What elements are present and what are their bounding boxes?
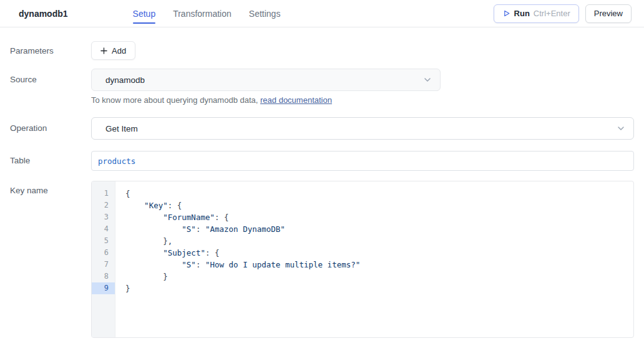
line-number: 2 (92, 200, 115, 211)
chevron-down-icon (616, 123, 626, 133)
source-help-text: To know more about querying dynamodb dat… (91, 95, 634, 105)
tab-transformation-label: Transformation (173, 9, 232, 19)
source-row: Source dynamodb To know more about query… (0, 69, 644, 105)
line-number: 4 (92, 223, 115, 235)
run-button-shortcut: Ctrl+Enter (534, 9, 570, 18)
parameters-row: Parameters Add (0, 41, 644, 60)
query-editor-panel: dynamodb1 Setup Transformation Settings … (0, 0, 644, 351)
add-parameter-label: Add (112, 46, 126, 55)
code-line[interactable]: } (125, 282, 633, 294)
key-name-label: Key name (10, 181, 91, 195)
code-line[interactable]: "Subject": { (125, 247, 633, 259)
code-line[interactable]: { (125, 188, 633, 200)
operation-select[interactable]: Get Item (91, 117, 634, 140)
source-help-prefix: To know more about querying dynamodb dat… (91, 95, 260, 105)
code-line[interactable]: "S": "Amazon DynamoDB" (125, 223, 633, 235)
code-line[interactable]: "Key": { (125, 200, 633, 211)
tab-setup-label: Setup (133, 9, 156, 19)
read-documentation-link[interactable]: read documentation (260, 95, 332, 105)
play-icon (502, 9, 510, 17)
line-number: 8 (92, 271, 115, 282)
preview-button-label: Preview (594, 9, 623, 18)
tab-setup[interactable]: Setup (133, 0, 156, 27)
line-number: 3 (92, 211, 115, 223)
line-number: 9 (92, 282, 115, 294)
table-name-input[interactable]: products (91, 151, 634, 171)
source-select[interactable]: dynamodb (91, 69, 441, 91)
source-label: Source (10, 69, 91, 84)
add-parameter-button[interactable]: Add (91, 41, 135, 60)
tab-transformation[interactable]: Transformation (173, 0, 232, 27)
editor-gutter: 123456789 (92, 181, 115, 337)
table-row: Table products (0, 151, 644, 171)
line-number: 5 (92, 235, 115, 247)
parameters-label: Parameters (10, 41, 91, 55)
tab-bar: Setup Transformation Settings (133, 0, 281, 27)
code-line[interactable]: } (125, 271, 633, 282)
table-name-value: products (98, 156, 135, 166)
query-name: dynamodb1 (19, 9, 68, 19)
operation-row: Operation Get Item (0, 117, 644, 140)
run-button[interactable]: Run Ctrl+Enter (494, 4, 579, 23)
header-actions: Run Ctrl+Enter Preview (494, 4, 632, 23)
code-line[interactable]: "S": "How do I update multiple items?" (125, 259, 633, 271)
run-button-label: Run (514, 9, 530, 18)
editor-code[interactable]: { "Key": { "ForumName": { "S": "Amazon D… (115, 181, 633, 337)
tab-settings-label: Settings (249, 9, 281, 19)
tab-settings[interactable]: Settings (249, 0, 281, 27)
chevron-down-icon (422, 75, 432, 85)
key-name-row: Key name 123456789 { "Key": { "ForumName… (0, 181, 644, 338)
key-name-code-editor[interactable]: 123456789 { "Key": { "ForumName": { "S":… (91, 181, 634, 338)
source-selected-value: dynamodb (105, 75, 422, 85)
table-label: Table (10, 151, 91, 165)
operation-selected-value: Get Item (105, 124, 616, 133)
code-line[interactable]: "ForumName": { (125, 211, 633, 223)
line-number: 7 (92, 259, 115, 271)
preview-button[interactable]: Preview (585, 4, 632, 23)
operation-label: Operation (10, 117, 91, 133)
plus-icon (100, 47, 107, 54)
line-number: 1 (92, 188, 115, 200)
query-header: dynamodb1 Setup Transformation Settings … (0, 0, 644, 27)
line-number: 6 (92, 247, 115, 259)
code-line[interactable]: }, (125, 235, 633, 247)
